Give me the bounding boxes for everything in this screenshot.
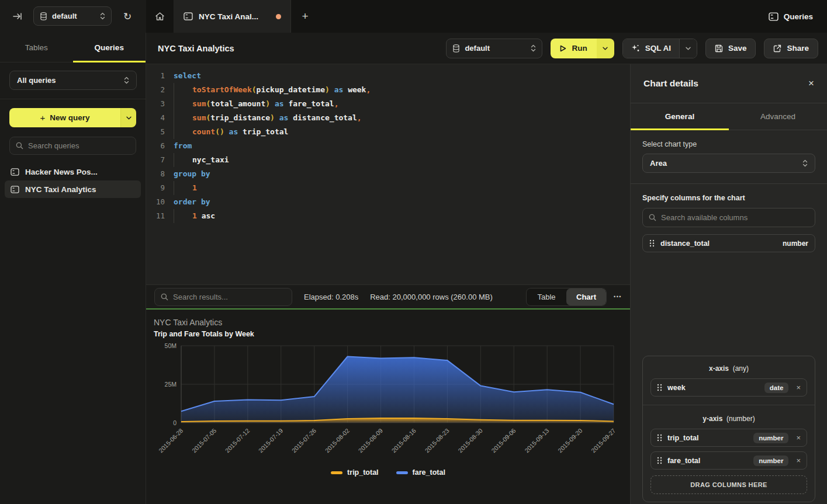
- sidebar-tab-tables[interactable]: Tables: [0, 33, 73, 62]
- y-axis-hint: (number): [726, 415, 755, 423]
- query-filter-value: All queries: [17, 76, 124, 85]
- code-line[interactable]: 7nyc_taxi: [146, 153, 630, 167]
- remove-column-icon[interactable]: ×: [796, 433, 801, 442]
- more-options-icon[interactable]: •••: [609, 288, 627, 305]
- line-number: 4: [146, 111, 165, 125]
- code-text: group by: [165, 167, 210, 181]
- code-line[interactable]: 4sum(trip_distance) as distance_total,: [146, 111, 630, 125]
- chevron-updown-icon: [124, 77, 129, 84]
- home-icon[interactable]: [146, 0, 174, 33]
- axis-column-fare_total[interactable]: fare_totalnumber×: [650, 451, 807, 470]
- tab-advanced[interactable]: Advanced: [729, 103, 827, 130]
- code-line[interactable]: 5count() as trip_total: [146, 125, 630, 139]
- code-line[interactable]: 8group by: [146, 167, 630, 181]
- code-line[interactable]: 10order by: [146, 195, 630, 209]
- legend-item-trip_total[interactable]: trip_total: [331, 468, 378, 477]
- available-column-distance_total[interactable]: distance_totalnumber: [642, 234, 815, 252]
- svg-text:2015-07-12: 2015-07-12: [224, 427, 251, 454]
- code-line[interactable]: 3sum(total_amount) as fare_total,: [146, 97, 630, 111]
- line-number: 1: [146, 69, 165, 83]
- svg-text:50M: 50M: [165, 342, 177, 349]
- axis-column-week[interactable]: weekdate×: [650, 378, 807, 397]
- line-number: 5: [146, 125, 165, 139]
- search-icon: [16, 142, 23, 150]
- chart-type-value: Area: [650, 159, 802, 168]
- sql-token: nyc_taxi: [192, 155, 229, 164]
- sql-token: as: [270, 99, 288, 108]
- remove-column-icon[interactable]: ×: [796, 383, 801, 392]
- sql-console-app: default ↻ NYC Taxi Anal... +: [0, 0, 827, 504]
- code-text: toStartOfWeek(pickup_datetime) as week,: [165, 83, 371, 97]
- svg-text:2015-09-06: 2015-09-06: [490, 427, 517, 454]
- svg-text:2015-09-13: 2015-09-13: [523, 427, 551, 454]
- close-icon[interactable]: ×: [808, 78, 814, 89]
- column-type: number: [783, 239, 808, 248]
- search-queries-input[interactable]: [28, 141, 130, 150]
- sidebar-query-item[interactable]: Hacker News Pos...: [5, 163, 141, 180]
- code-text: sum(trip_distance) as distance_total,: [165, 111, 362, 125]
- topbar-database-select[interactable]: default: [33, 6, 112, 26]
- collapse-sidebar-icon[interactable]: [9, 8, 26, 25]
- search-results-box[interactable]: [154, 288, 292, 306]
- new-query-main[interactable]: + New query: [9, 108, 120, 127]
- elapsed-stat: Elapsed: 0.208s: [304, 293, 358, 301]
- query-filter-select[interactable]: All queries: [9, 71, 137, 90]
- share-button-label: Share: [787, 44, 809, 53]
- sql-token: asc: [197, 211, 215, 220]
- chart-legend: trip_totalfare_total: [146, 468, 630, 477]
- toolbar-database-select[interactable]: default: [446, 39, 542, 58]
- code-line[interactable]: 1select: [146, 69, 630, 83]
- saved-query-list: Hacker News Pos...NYC Taxi Analytics: [5, 163, 141, 198]
- chart-title: NYC Taxi Analytics: [154, 318, 630, 327]
- chart-details-panel: Chart details × General Advanced Select …: [630, 64, 827, 504]
- new-query-button[interactable]: + New query: [9, 108, 136, 127]
- view-toggle-table[interactable]: Table: [527, 289, 566, 305]
- results-toolbar: Elapsed: 0.208s Read: 20,000,000 rows (2…: [146, 284, 630, 310]
- save-button[interactable]: Save: [705, 39, 756, 58]
- run-options-dropdown[interactable]: [597, 39, 614, 58]
- tab-nyc-taxi-analytics[interactable]: NYC Taxi Anal...: [174, 0, 291, 33]
- search-results-input[interactable]: [173, 293, 286, 301]
- code-line[interactable]: 111 asc: [146, 209, 630, 223]
- axis-column-trip_total[interactable]: trip_totalnumber×: [650, 429, 807, 447]
- svg-text:2015-09-20: 2015-09-20: [556, 427, 584, 454]
- sidebar-tab-queries[interactable]: Queries: [73, 33, 146, 62]
- tab-general[interactable]: General: [631, 103, 729, 130]
- sql-editor[interactable]: 1select2toStartOfWeek(pickup_datetime) a…: [146, 64, 630, 284]
- search-queries-box[interactable]: [9, 137, 136, 155]
- code-line[interactable]: 6from: [146, 139, 630, 153]
- chart-type-select[interactable]: Area: [642, 154, 815, 173]
- sql-ai-button[interactable]: SQL AI: [622, 39, 697, 58]
- legend-item-fare_total[interactable]: fare_total: [396, 468, 445, 477]
- view-toggle-chart[interactable]: Chart: [566, 289, 606, 305]
- queries-button[interactable]: Queries: [763, 7, 819, 26]
- sql-ai-main[interactable]: SQL AI: [623, 39, 679, 58]
- sql-ai-dropdown[interactable]: [679, 39, 697, 58]
- search-columns-box[interactable]: [642, 208, 815, 227]
- new-tab-button[interactable]: +: [291, 0, 319, 33]
- code-text: select: [165, 69, 201, 83]
- remove-column-icon[interactable]: ×: [796, 456, 801, 465]
- rows-read-stat: Read: 20,000,000 rows (260.00 MB): [370, 293, 493, 301]
- svg-text:2015-08-02: 2015-08-02: [324, 427, 351, 454]
- chart-type-label: Select chart type: [642, 140, 815, 148]
- sidebar-query-item[interactable]: NYC Taxi Analytics: [5, 180, 141, 198]
- sql-token: ,: [334, 99, 339, 108]
- svg-text:2015-09-27: 2015-09-27: [590, 427, 617, 454]
- run-button[interactable]: Run: [551, 39, 614, 58]
- refresh-icon[interactable]: ↻: [119, 8, 136, 25]
- line-number: 9: [146, 181, 165, 195]
- new-query-dropdown[interactable]: [120, 108, 136, 127]
- run-button-main[interactable]: Run: [551, 39, 596, 58]
- sql-token: select: [174, 71, 201, 80]
- code-line[interactable]: 91: [146, 181, 630, 195]
- share-button[interactable]: Share: [764, 39, 818, 58]
- search-columns-input[interactable]: [661, 213, 809, 222]
- query-item-label: NYC Taxi Analytics: [25, 185, 96, 194]
- drag-columns-dropzone[interactable]: DRAG COLUMNS HERE: [650, 475, 807, 494]
- legend-label: fare_total: [413, 468, 445, 477]
- code-text: order by: [165, 195, 210, 209]
- results-chart[interactable]: 025M50M2015-06-282015-07-052015-07-12201…: [151, 340, 618, 465]
- code-line[interactable]: 2toStartOfWeek(pickup_datetime) as week,: [146, 83, 630, 97]
- chart-series-fare_total: [181, 357, 614, 423]
